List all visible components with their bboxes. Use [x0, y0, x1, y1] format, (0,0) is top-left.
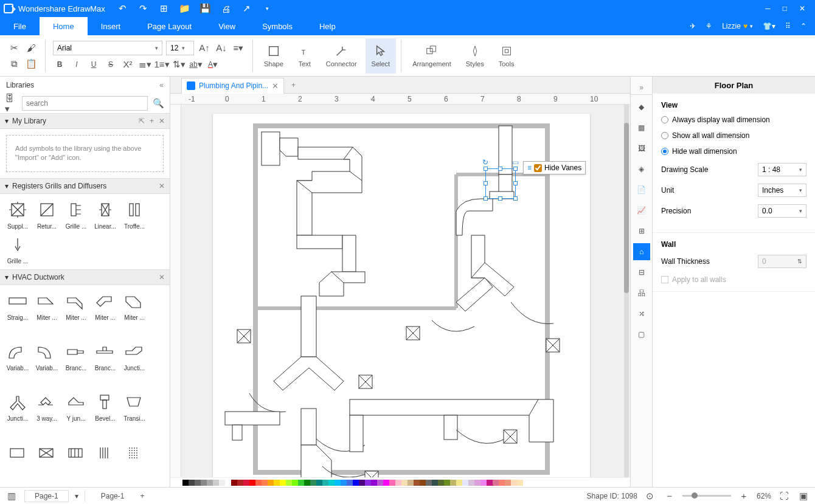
shape-item[interactable]: Branc...	[62, 339, 90, 388]
color-swatch[interactable]	[420, 480, 426, 486]
add-tab-button[interactable]: +	[286, 81, 300, 89]
radio-showall[interactable]: Show all wall dimension	[661, 131, 806, 140]
bullets-icon[interactable]: ≣▾	[138, 58, 151, 71]
font-grow-icon[interactable]: A↑	[198, 41, 211, 55]
apps-icon[interactable]: ⠿	[785, 22, 791, 30]
minimize-button[interactable]: ─	[765, 4, 771, 13]
drawing-page[interactable]: ↻ ▭ ≡ Hide Vanes	[213, 114, 590, 477]
search-icon[interactable]: 🔍	[151, 97, 165, 110]
color-swatch[interactable]	[189, 480, 195, 486]
menu-symbols[interactable]: Symbols	[249, 17, 306, 35]
color-swatch[interactable]	[462, 480, 468, 486]
export-icon[interactable]: ↗	[240, 2, 254, 15]
scrollbar-v[interactable]	[624, 105, 629, 477]
color-swatch[interactable]	[328, 480, 335, 486]
close-lib-icon[interactable]: ✕	[159, 117, 165, 125]
shape-item[interactable]: Linear...	[91, 198, 119, 231]
color-swatch[interactable]	[225, 480, 231, 486]
page-menu-icon[interactable]: ▾	[75, 492, 78, 500]
align-icon[interactable]: ≡▾	[232, 41, 245, 55]
select-button[interactable]: Select	[366, 38, 397, 74]
canvas[interactable]: ↻ ▭ ≡ Hide Vanes	[170, 105, 630, 477]
shape-item[interactable]: Grille ...	[62, 198, 90, 231]
tools-button[interactable]: Tools	[493, 38, 521, 74]
apply-all-walls[interactable]: Apply to all walls	[661, 275, 806, 284]
font-name-combo[interactable]: Arial▾	[53, 41, 162, 55]
cut-icon[interactable]: ✂	[7, 41, 21, 55]
shape-item[interactable]	[91, 441, 119, 483]
font-shrink-icon[interactable]: A↓	[215, 41, 228, 55]
mylibrary-header[interactable]: ▾My Library⇱+✕	[0, 113, 170, 129]
shape-item[interactable]: Variab...	[33, 339, 61, 388]
color-swatch[interactable]	[207, 480, 213, 486]
shape-button[interactable]: Shape	[258, 38, 290, 74]
expand-right-icon[interactable]: »	[631, 80, 652, 95]
color-swatch[interactable]	[395, 480, 401, 486]
color-swatch[interactable]	[243, 480, 249, 486]
close-cat2-icon[interactable]: ✕	[159, 273, 165, 281]
color-swatch[interactable]	[493, 480, 499, 486]
color-swatch[interactable]	[237, 480, 243, 486]
shape-item[interactable]	[4, 441, 32, 483]
color-swatch[interactable]	[219, 480, 225, 486]
fit-icon[interactable]: ▣	[797, 489, 810, 503]
shape-item[interactable]: Retur...	[33, 198, 61, 231]
color-swatch[interactable]	[426, 480, 432, 486]
library-search-input[interactable]	[22, 96, 148, 111]
shape-item[interactable]: Miter ...	[91, 289, 119, 338]
random-icon[interactable]: ⤮	[633, 305, 650, 322]
shape-item[interactable]: Branc...	[91, 339, 119, 388]
tshirt-icon[interactable]: 👕▾	[763, 22, 775, 30]
superscript-icon[interactable]: X²	[121, 58, 134, 71]
color-swatch[interactable]	[365, 480, 371, 486]
tree-icon[interactable]: 品	[633, 285, 650, 302]
collapse-ribbon-icon[interactable]: ⌃	[800, 22, 806, 30]
color-swatch[interactable]	[487, 480, 493, 486]
menu-insert[interactable]: Insert	[88, 17, 134, 35]
numbering-icon[interactable]: 1≡▾	[155, 58, 168, 71]
scale-combo[interactable]: 1 : 48▾	[758, 163, 806, 176]
color-swatch[interactable]	[389, 480, 395, 486]
shape-item[interactable]: Miter ...	[62, 289, 90, 338]
close-doc-icon[interactable]: ✕	[272, 81, 279, 91]
undo-icon[interactable]: ↶	[116, 2, 130, 15]
radio-hide[interactable]: Hide wall dimension	[661, 147, 806, 156]
color-swatch[interactable]	[341, 480, 347, 486]
shape-item[interactable]	[62, 441, 90, 483]
selection-box[interactable]: ↻ ▭	[485, 168, 516, 199]
color-swatch[interactable]	[456, 480, 462, 486]
color-swatch[interactable]	[444, 480, 450, 486]
color-swatch[interactable]	[383, 480, 389, 486]
color-swatch[interactable]	[213, 480, 219, 486]
text-highlight-icon[interactable]: ab▾	[189, 58, 203, 71]
styles-button[interactable]: Styles	[460, 38, 490, 74]
color-swatch[interactable]	[182, 480, 189, 486]
shape-item[interactable]: Y jun...	[62, 390, 90, 439]
shape-item[interactable]: Transi...	[120, 390, 148, 439]
radio-always[interactable]: Always display wall dimension	[661, 116, 806, 124]
doc-tab[interactable]: Plumbing And Pipin... ✕	[181, 78, 284, 94]
color-swatch[interactable]	[195, 480, 201, 486]
grid-icon[interactable]: ▦	[633, 119, 650, 136]
color-swatch[interactable]	[353, 480, 359, 486]
open-icon[interactable]: 📁	[178, 2, 192, 15]
color-swatch[interactable]	[322, 480, 328, 486]
cat1-header[interactable]: ▾Registers Grills and Diffusers✕	[0, 178, 170, 194]
color-swatch[interactable]	[347, 480, 353, 486]
redo-icon[interactable]: ↷	[137, 2, 150, 15]
fullscreen-icon[interactable]: ⛶	[777, 489, 791, 503]
hide-vanes-tooltip[interactable]: ≡ Hide Vanes	[523, 161, 586, 174]
shape-item[interactable]: Juncti...	[4, 390, 32, 439]
page-props-icon[interactable]: 📄	[633, 181, 650, 198]
color-swatch[interactable]	[517, 480, 523, 486]
underline-icon[interactable]: U	[87, 58, 100, 71]
unit-combo[interactable]: Inches▾	[758, 184, 806, 197]
color-swatch[interactable]	[286, 480, 292, 486]
color-swatch[interactable]	[474, 480, 480, 486]
color-swatch[interactable]	[304, 480, 310, 486]
hide-vanes-checkbox[interactable]	[534, 164, 542, 172]
font-color-icon[interactable]: A▾	[206, 58, 220, 71]
color-swatch[interactable]	[249, 480, 255, 486]
color-swatch[interactable]	[450, 480, 456, 486]
menu-help[interactable]: Help	[306, 17, 349, 35]
